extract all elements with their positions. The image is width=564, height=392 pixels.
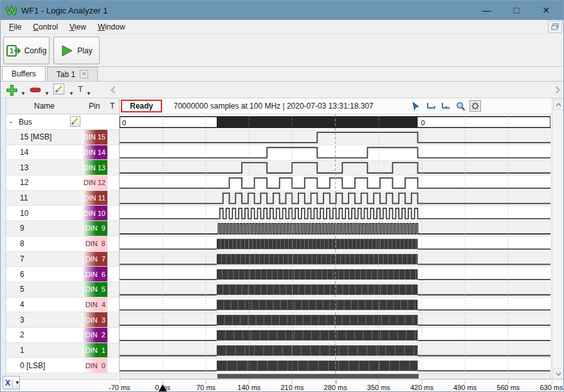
channel-row-din7[interactable]: 7DIN 7 <box>6 252 119 267</box>
axis-tick-strip <box>1 379 564 384</box>
channel-row-din11[interactable]: 11DIN 11 <box>6 191 119 206</box>
pin-chip[interactable]: DIN 15 <box>82 130 107 145</box>
channel-name: 0 [LSB] <box>20 361 45 370</box>
config-icon: 1 <box>6 44 21 57</box>
chevron-down-icon[interactable]: ▼ <box>69 91 74 96</box>
scroll-up-icon[interactable] <box>553 99 564 110</box>
t-column-header[interactable]: T <box>110 102 114 111</box>
pencil-icon <box>55 85 63 93</box>
name-column-header[interactable]: Name <box>34 102 55 111</box>
pin-chip[interactable]: DIN 10 <box>82 206 107 220</box>
time-tick-label: 630 ms <box>540 384 563 391</box>
measure-y-button[interactable] <box>440 100 451 112</box>
channel-row-din9[interactable]: 9DIN 9 <box>6 221 119 236</box>
minus-icon <box>30 87 41 93</box>
pin-column-header[interactable]: Pin <box>89 102 100 111</box>
magnifier-icon <box>456 102 466 111</box>
tab-1[interactable]: Tab 1 ✕ <box>47 67 98 81</box>
channel-row-din4[interactable]: 4DIN 4 <box>6 298 119 313</box>
channel-name: 3 <box>20 316 24 325</box>
channel-row-din0[interactable]: 0 [LSB]DIN 0 <box>6 358 119 373</box>
bus-row[interactable]: - Bus <box>6 114 119 130</box>
collapse-indicator[interactable]: - <box>10 118 12 127</box>
cursor-tool-button[interactable] <box>410 100 422 112</box>
tab-buffers[interactable]: Buffers <box>2 66 46 81</box>
channel-name: 2 <box>20 330 24 339</box>
play-button[interactable]: Play <box>53 37 100 64</box>
remove-channel-button[interactable] <box>30 84 41 96</box>
scroll-right-icon[interactable] <box>554 86 561 94</box>
pin-chip[interactable]: DIN 6 <box>82 267 107 281</box>
pin-chip[interactable]: DIN 11 <box>82 191 107 206</box>
title-bar: WF1 - Logic Analyzer 1 — □ ✕ <box>1 1 564 20</box>
channel-row-din15[interactable]: 15 [MSB]DIN 15 <box>6 130 119 145</box>
text-tool-button[interactable]: T <box>78 84 83 94</box>
pin-chip[interactable]: DIN 1 <box>82 343 107 358</box>
channel-row-din5[interactable]: 5DIN 5 <box>6 282 119 298</box>
trigger-position-marker[interactable] <box>158 384 167 392</box>
pin-chip[interactable]: DIN 3 <box>82 312 107 327</box>
channel-row-din8[interactable]: 8DIN 8 <box>6 236 119 252</box>
pencil-icon <box>71 117 79 125</box>
channel-row-din6[interactable]: 6DIN 6 <box>6 267 119 282</box>
pin-chip[interactable]: DIN 8 <box>82 236 107 251</box>
mdi-restore-icon[interactable] <box>548 21 562 33</box>
scrollbar-thumb[interactable] <box>217 374 419 379</box>
x-axis-menu-button[interactable]: X ▼ <box>3 376 20 389</box>
pin-chip[interactable]: DIN 9 <box>82 221 107 236</box>
tab-close-icon[interactable]: ✕ <box>80 70 88 78</box>
channel-name: 5 <box>20 285 24 294</box>
scroll-down-icon[interactable] <box>553 368 564 379</box>
time-tick-label: -70 ms <box>109 384 131 391</box>
edit-bus-button[interactable] <box>70 116 80 127</box>
menu-view[interactable]: View <box>64 21 92 33</box>
vertical-scrollbar[interactable] <box>552 98 564 380</box>
channel-row-din14[interactable]: 14DIN 14 <box>6 145 119 161</box>
channel-name: 10 <box>20 209 28 218</box>
channel-toolbar: ▼ ▼ ▼ T▼ <box>1 82 564 98</box>
channel-row-din13[interactable]: 13DIN 13 <box>6 160 119 175</box>
time-tick-label: 350 ms <box>367 384 390 391</box>
restore-button[interactable]: □ <box>502 1 531 20</box>
pin-chip[interactable]: DIN 13 <box>82 160 107 175</box>
pin-chip[interactable]: DIN 0 <box>82 358 107 373</box>
plot-options-button[interactable] <box>469 100 481 112</box>
channel-name: 4 <box>20 300 24 309</box>
menu-control[interactable]: Control <box>27 21 64 33</box>
waveform-plot[interactable]: 00 <box>120 114 550 373</box>
measure-x-button[interactable] <box>425 100 437 112</box>
pin-chip[interactable]: DIN 4 <box>82 298 107 312</box>
time-tick-label: 560 ms <box>496 384 520 391</box>
close-button[interactable]: ✕ <box>531 1 561 20</box>
ruler-alt-icon <box>441 102 451 111</box>
zoom-tool-button[interactable] <box>455 100 466 112</box>
pin-chip[interactable]: DIN 14 <box>82 145 107 160</box>
pin-chip[interactable]: DIN 5 <box>82 282 107 297</box>
chevron-down-icon[interactable]: ▼ <box>21 91 26 96</box>
edit-channel-button[interactable] <box>53 84 64 94</box>
chevron-down-icon[interactable]: ▼ <box>86 91 91 96</box>
pin-chip[interactable]: DIN 12 <box>82 175 107 190</box>
chevron-down-icon[interactable]: ▼ <box>44 91 50 96</box>
pin-chip[interactable]: DIN 2 <box>82 328 107 343</box>
menu-file[interactable]: File <box>3 21 27 33</box>
waveforms-logo-icon <box>6 5 17 15</box>
x-axis-label: X <box>3 379 13 388</box>
channel-row-din3[interactable]: 3DIN 3 <box>6 312 119 328</box>
channel-row-din12[interactable]: 12DIN 12 <box>6 175 119 191</box>
channel-name: 15 [MSB] <box>20 132 51 141</box>
pin-chip[interactable]: DIN 7 <box>82 252 107 267</box>
svg-text:0: 0 <box>122 119 126 127</box>
scroll-left-icon[interactable] <box>110 86 116 94</box>
channel-row-din2[interactable]: 2DIN 2 <box>6 328 119 343</box>
channel-row-din1[interactable]: 1DIN 1 <box>6 343 119 359</box>
time-tick-label: 420 ms <box>410 384 433 391</box>
left-gutter <box>1 98 6 380</box>
menu-window[interactable]: Window <box>92 21 131 33</box>
tab-bar: Buffers Tab 1 ✕ <box>1 67 564 82</box>
config-button[interactable]: 1 Config <box>3 37 50 64</box>
add-channel-button[interactable] <box>6 84 17 96</box>
channel-row-din10[interactable]: 10DIN 10 <box>6 206 119 221</box>
horizontal-scrollbar[interactable] <box>120 373 550 379</box>
minimize-button[interactable]: — <box>472 1 502 20</box>
